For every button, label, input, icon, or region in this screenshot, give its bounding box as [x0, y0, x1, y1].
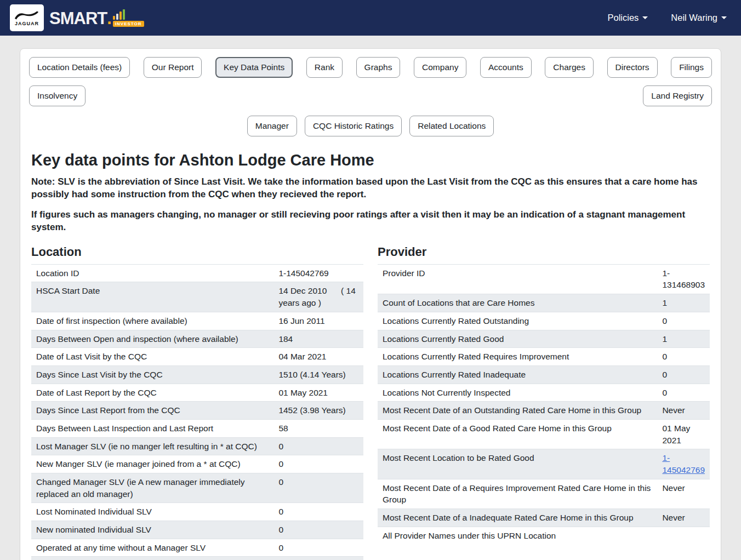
tab-button[interactable]: Directors	[607, 57, 658, 78]
row-label: Operated at any time without a Manager S…	[31, 539, 273, 557]
table-row: Lost Nominated Individual SLV 0	[31, 503, 363, 521]
row-label: Most Recent Date of a Good Rated Care Ho…	[378, 419, 657, 449]
row-value-cell: 0	[273, 437, 363, 455]
row-value-cell: Never	[657, 402, 710, 420]
row-label: Most Recent Location to be Rated Good	[378, 449, 657, 479]
table-row: HSCA Start Date 14 Dec 2010 ( 14 years a…	[31, 282, 363, 312]
row-value-cell: 1	[657, 294, 710, 312]
provider-column: Provider Provider ID 1-131468903	[378, 239, 710, 560]
table-row: Count of Locations that are Care Homes 1	[378, 294, 710, 312]
brand: JAGUAR SMART . INVESTOR	[10, 4, 144, 31]
row-value-cell: 1452 (3.98 Years)	[273, 402, 363, 420]
row-value: 1-131468903	[662, 268, 705, 290]
location-heading: Location	[31, 245, 363, 259]
tab-button[interactable]: Location Details (fees)	[29, 57, 130, 78]
table-row: Date of first inspection (where availabl…	[31, 312, 363, 330]
tab-button[interactable]: Land Registry	[643, 85, 712, 106]
row-value: 0	[278, 442, 283, 451]
row-value-cell: 184	[273, 330, 363, 348]
row-value: 16 Jun 2011	[278, 316, 324, 325]
table-row: Most Recent Date of a Inadequate Rated C…	[378, 509, 710, 527]
table-row: Days Between Last Inspection and Last Re…	[31, 419, 363, 437]
row-value-cell	[657, 527, 710, 544]
row-value-cell: 14 Dec 2010 ( 14 years ago )	[273, 282, 363, 312]
table-row: New nominated Individual SLV 0	[31, 521, 363, 539]
tab-button[interactable]: Rank	[306, 57, 343, 78]
row-label: Operated without manager for how many mo…	[31, 557, 273, 560]
policies-label: Policies	[607, 13, 639, 23]
table-row: Most Recent Date of a Good Rated Care Ho…	[378, 419, 710, 449]
row-label: Date of Last Report by the CQC	[31, 384, 273, 402]
row-label: Locations Not Currently Inspected	[378, 384, 657, 402]
row-label: Provider ID	[378, 264, 657, 294]
row-value: Never	[662, 483, 685, 493]
row-value-cell: 0	[657, 312, 710, 330]
table-row: Date of Last Visit by the CQC 04 Mar 202…	[31, 348, 363, 366]
top-navbar: JAGUAR SMART . INVESTOR Policies Neil Wa…	[0, 0, 741, 36]
row-label: Locations Currently Rated Requires Impro…	[378, 348, 657, 366]
row-value: 01 May 2021	[278, 388, 328, 397]
table-row: Most Recent Date of a Requires Improveme…	[378, 479, 710, 508]
row-value: 1	[662, 298, 667, 307]
tab-row-1: Location Details (fees) Our Report Key D…	[29, 57, 712, 106]
tab-button[interactable]: Key Data Points	[215, 57, 293, 78]
row-label: New nominated Individual SLV	[31, 521, 273, 539]
row-value: 04 Mar 2021	[278, 352, 326, 361]
row-label: Changed Manager SLV (ie A new manager im…	[31, 473, 273, 503]
table-row: Most Recent Location to be Rated Good 1-…	[378, 449, 710, 479]
row-value-cell: 1-145042769	[273, 264, 363, 282]
table-row: Locations Currently Rated Outstanding 0	[378, 312, 710, 330]
row-value-cell: 0	[273, 473, 363, 503]
policies-dropdown[interactable]: Policies	[607, 13, 648, 23]
table-row: Locations Currently Rated Requires Impro…	[378, 348, 710, 366]
row-value: 1	[662, 334, 667, 344]
tab-row-2: Manager CQC Historic Ratings Related Loc…	[29, 116, 712, 136]
table-row: Operated without manager for how many mo…	[31, 557, 363, 560]
table-row: Locations Not Currently Inspected 0	[378, 384, 710, 402]
smart-logo-dot: .	[107, 10, 112, 27]
table-row: Lost Manager SLV (ie no manger left resu…	[31, 437, 363, 455]
investor-badge: INVESTOR	[113, 21, 144, 27]
chevron-down-icon	[721, 16, 727, 19]
page-title: Key data points for Ashton Lodge Care Ho…	[31, 151, 710, 169]
row-label: Location ID	[31, 264, 273, 282]
tab-button[interactable]: Related Locations	[409, 116, 494, 136]
table-row: New Manger SLV (ie manager joined from a…	[31, 455, 363, 473]
row-label: Most Recent Date of a Inadequate Rated C…	[378, 509, 657, 527]
tab-button[interactable]: CQC Historic Ratings	[305, 116, 402, 136]
tab-button[interactable]: Company	[414, 57, 466, 78]
row-value-cell: 0	[273, 521, 363, 539]
row-value-cell: 0	[657, 348, 710, 366]
row-value: 1452 (3.98 Years)	[278, 405, 345, 415]
table-row: Locations Currently Rated Good 1	[378, 330, 710, 348]
note-slv: Note: SLV is the abbreviation of Since L…	[31, 176, 710, 201]
tab-button[interactable]: Insolvency	[29, 85, 86, 106]
row-value-cell: 0	[273, 455, 363, 473]
row-value-cell: 0	[273, 539, 363, 557]
location-table: Location ID 1-145042769 HSCA Start Date …	[31, 264, 363, 560]
jaguar-logo-text: JAGUAR	[15, 21, 39, 26]
row-label: Count of Locations that are Care Homes	[378, 294, 657, 312]
row-value: 01 May 2021	[662, 424, 690, 445]
row-value: 0	[662, 370, 667, 379]
user-dropdown[interactable]: Neil Waring	[671, 13, 727, 23]
tab-button[interactable]: Charges	[545, 57, 594, 78]
table-row: All Provider Names under this UPRN Locat…	[378, 527, 710, 544]
row-value-cell: 04 Mar 2021	[273, 348, 363, 366]
tab-button[interactable]: Accounts	[480, 57, 532, 78]
row-value-link[interactable]: 1-145042769	[662, 453, 705, 475]
jaguar-cat-icon	[13, 10, 41, 20]
row-value-cell: 0	[273, 503, 363, 521]
table-row: Locations Currently Rated Inadequate 0	[378, 365, 710, 384]
content-card: Location Details (fees) Our Report Key D…	[20, 48, 721, 560]
jaguar-logo[interactable]: JAGUAR	[10, 4, 44, 31]
tab-button[interactable]: Our Report	[144, 57, 202, 78]
tab-button[interactable]: Graphs	[356, 57, 401, 78]
table-row: Most Recent Date of an Outstanding Rated…	[378, 402, 710, 420]
tab-button[interactable]: Filings	[671, 57, 712, 78]
nav-links: Policies Neil Waring	[607, 13, 731, 23]
smart-logo-text: SMART	[49, 10, 107, 27]
tab-button[interactable]: Manager	[247, 116, 297, 136]
chart-bars-icon	[113, 9, 125, 20]
smart-investor-logo[interactable]: SMART . INVESTOR	[49, 9, 144, 27]
